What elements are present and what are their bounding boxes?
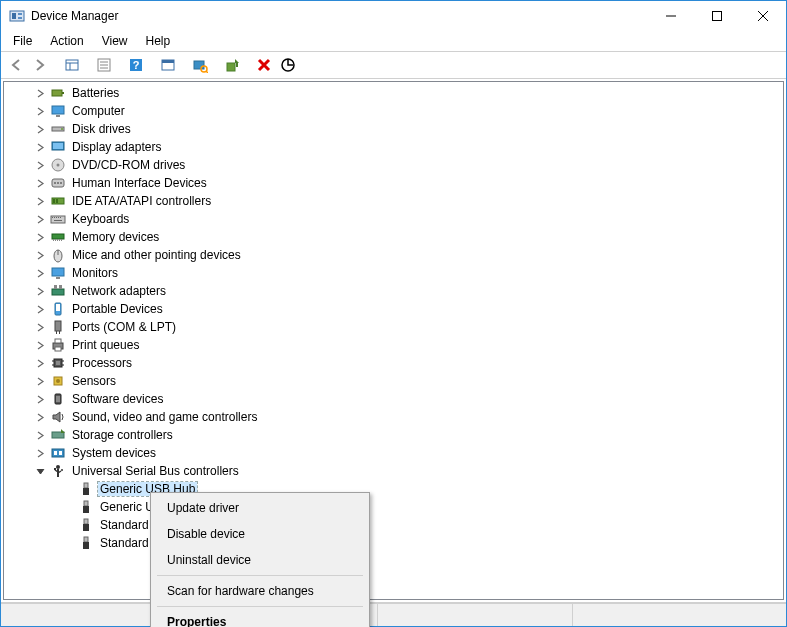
svg-rect-22 xyxy=(227,63,235,71)
cpu-icon xyxy=(50,355,66,371)
system-icon xyxy=(50,445,66,461)
tree-category-label: Portable Devices xyxy=(70,302,165,316)
svg-rect-50 xyxy=(53,239,54,241)
context-menu: Update driver Disable device Uninstall d… xyxy=(150,492,370,627)
tree-device-label: Generic U xyxy=(98,500,156,514)
device-tree[interactable]: BatteriesComputerDisk drivesDisplay adap… xyxy=(3,81,784,600)
tree-category[interactable]: Portable Devices xyxy=(4,300,783,318)
tree-category-label: Storage controllers xyxy=(70,428,175,442)
tree-category[interactable]: Keyboards xyxy=(4,210,783,228)
svg-rect-1 xyxy=(12,13,16,19)
chevron-right-icon[interactable] xyxy=(32,337,48,353)
chevron-right-icon[interactable] xyxy=(32,139,48,155)
tree-category[interactable]: Display adapters xyxy=(4,138,783,156)
svg-rect-63 xyxy=(56,304,60,311)
svg-rect-61 xyxy=(59,285,62,289)
minimize-button[interactable] xyxy=(648,1,694,31)
port-icon xyxy=(50,319,66,335)
tree-category[interactable]: Processors xyxy=(4,354,783,372)
tree-category[interactable]: Sound, video and game controllers xyxy=(4,408,783,426)
menu-action[interactable]: Action xyxy=(42,33,91,49)
chevron-down-icon[interactable] xyxy=(32,463,48,479)
tree-device[interactable]: Generic U xyxy=(4,498,783,516)
action-pane-button[interactable] xyxy=(157,54,179,76)
tree-category[interactable]: Network adapters xyxy=(4,282,783,300)
disable-device-button[interactable] xyxy=(277,54,299,76)
tree-category-usb[interactable]: Universal Serial Bus controllers xyxy=(4,462,783,480)
chevron-right-icon[interactable] xyxy=(32,85,48,101)
no-expander xyxy=(60,535,76,551)
update-driver-button[interactable] xyxy=(221,54,243,76)
ctx-update-driver[interactable]: Update driver xyxy=(153,495,367,521)
chevron-right-icon[interactable] xyxy=(32,229,48,245)
tree-category[interactable]: Storage controllers xyxy=(4,426,783,444)
no-expander xyxy=(60,517,76,533)
tree-category[interactable]: System devices xyxy=(4,444,783,462)
tree-category[interactable]: IDE ATA/ATAPI controllers xyxy=(4,192,783,210)
sensor-icon xyxy=(50,373,66,389)
tree-category[interactable]: Ports (COM & LPT) xyxy=(4,318,783,336)
ctx-properties[interactable]: Properties xyxy=(153,609,367,627)
chevron-right-icon[interactable] xyxy=(32,247,48,263)
properties-button[interactable] xyxy=(93,54,115,76)
svg-rect-27 xyxy=(52,106,64,114)
tree-category[interactable]: Sensors xyxy=(4,372,783,390)
chevron-right-icon[interactable] xyxy=(32,301,48,317)
svg-point-77 xyxy=(56,379,60,383)
forward-button[interactable] xyxy=(29,54,51,76)
help-button[interactable]: ? xyxy=(125,54,147,76)
tree-category[interactable]: Software devices xyxy=(4,390,783,408)
tree-category[interactable]: Print queues xyxy=(4,336,783,354)
tree-category-label: Memory devices xyxy=(70,230,161,244)
tree-category-label: Display adapters xyxy=(70,140,163,154)
svg-rect-46 xyxy=(58,217,59,218)
chevron-right-icon[interactable] xyxy=(32,391,48,407)
network-icon xyxy=(50,283,66,299)
chevron-right-icon[interactable] xyxy=(32,103,48,119)
ctx-uninstall-device[interactable]: Uninstall device xyxy=(153,547,367,573)
chevron-right-icon[interactable] xyxy=(32,283,48,299)
chevron-right-icon[interactable] xyxy=(32,157,48,173)
chevron-right-icon[interactable] xyxy=(32,445,48,461)
chevron-right-icon[interactable] xyxy=(32,193,48,209)
chevron-right-icon[interactable] xyxy=(32,121,48,137)
menu-file[interactable]: File xyxy=(5,33,40,49)
chevron-right-icon[interactable] xyxy=(32,319,48,335)
tree-category[interactable]: Computer xyxy=(4,102,783,120)
tree-category[interactable]: Human Interface Devices xyxy=(4,174,783,192)
toolbar: ? xyxy=(1,51,786,79)
back-button[interactable] xyxy=(5,54,27,76)
scan-hardware-button[interactable] xyxy=(189,54,211,76)
chevron-right-icon[interactable] xyxy=(32,265,48,281)
menu-view[interactable]: View xyxy=(94,33,136,49)
uninstall-device-button[interactable] xyxy=(253,54,275,76)
ctx-disable-device[interactable]: Disable device xyxy=(153,521,367,547)
tree-device[interactable]: Standard xyxy=(4,516,783,534)
menu-help[interactable]: Help xyxy=(138,33,179,49)
close-button[interactable] xyxy=(740,1,786,31)
chevron-right-icon[interactable] xyxy=(32,355,48,371)
tree-category[interactable]: Memory devices xyxy=(4,228,783,246)
chevron-right-icon[interactable] xyxy=(32,427,48,443)
chevron-right-icon[interactable] xyxy=(32,211,48,227)
chevron-right-icon[interactable] xyxy=(32,409,48,425)
tree-category[interactable]: Batteries xyxy=(4,84,783,102)
tree-category[interactable]: Monitors xyxy=(4,264,783,282)
tree-category[interactable]: Mice and other pointing devices xyxy=(4,246,783,264)
tree-category[interactable]: Disk drives xyxy=(4,120,783,138)
maximize-button[interactable] xyxy=(694,1,740,31)
svg-rect-58 xyxy=(56,277,60,279)
chevron-right-icon[interactable] xyxy=(32,175,48,191)
tree-category-label: Processors xyxy=(70,356,134,370)
tree-category-label: Batteries xyxy=(70,86,121,100)
ctx-separator xyxy=(157,606,363,607)
svg-rect-5 xyxy=(713,12,722,21)
svg-rect-96 xyxy=(84,537,88,542)
tree-category[interactable]: DVD/CD-ROM drives xyxy=(4,156,783,174)
ctx-scan-hardware[interactable]: Scan for hardware changes xyxy=(153,578,367,604)
chevron-right-icon[interactable] xyxy=(32,373,48,389)
svg-point-34 xyxy=(57,164,60,167)
tree-device[interactable]: Standard xyxy=(4,534,783,552)
show-hide-console-button[interactable] xyxy=(61,54,83,76)
tree-device[interactable]: Generic USB Hub xyxy=(4,480,783,498)
